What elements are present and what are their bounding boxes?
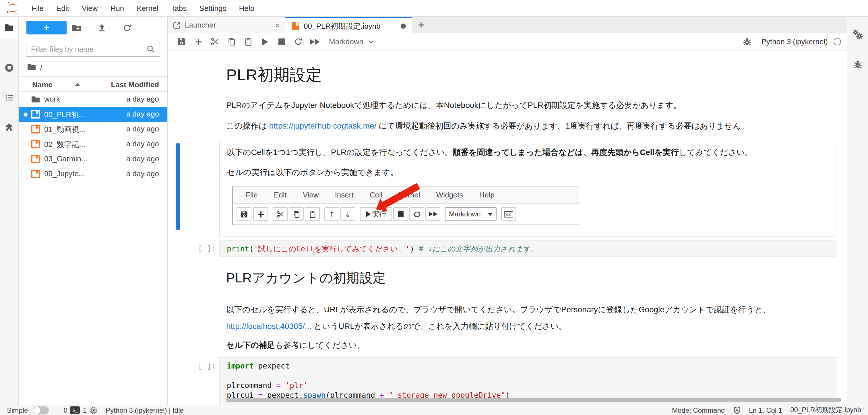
file-name: 03_Garmin... bbox=[44, 154, 87, 163]
run-all-cells-button[interactable] bbox=[307, 35, 323, 49]
code-line: import pexpect bbox=[227, 362, 290, 370]
puzzle-icon bbox=[5, 123, 14, 132]
kernel-status-text[interactable]: Python 3 (ipykernel) | Idle bbox=[105, 406, 184, 414]
paragraph-text: PLRのアイテムをJupyter Notebookで処理するためには、本Note… bbox=[226, 100, 681, 109]
down-arrow-icon: ↓ bbox=[345, 210, 351, 218]
trust-shield-icon[interactable] bbox=[733, 406, 741, 414]
extension-manager-tab[interactable] bbox=[0, 117, 19, 138]
file-row-01[interactable]: 01_動画視... a day ago bbox=[19, 122, 167, 137]
property-inspector-tab[interactable] bbox=[847, 25, 868, 44]
cell-text-line-2: セルの実行は以下のボタンから実施できます。 bbox=[227, 168, 398, 178]
new-folder-button[interactable] bbox=[71, 22, 82, 33]
active-cell-indicator[interactable] bbox=[176, 143, 180, 230]
close-icon[interactable]: × bbox=[275, 20, 280, 30]
paragraph-text-bold: セル下の補足 bbox=[226, 340, 275, 350]
bug-icon bbox=[853, 60, 862, 69]
paragraph-text: というURLが表示されるので、これを入力欄に貼り付けてください。 bbox=[311, 321, 567, 331]
screenshot-menu-file: File bbox=[246, 191, 258, 199]
folder-icon bbox=[5, 23, 14, 32]
plus-icon bbox=[417, 21, 425, 28]
kernel-name[interactable]: Python 3 (ipykernel) bbox=[762, 37, 828, 46]
file-row-03[interactable]: 03_Garmin... a day ago bbox=[19, 152, 167, 166]
menu-tabs[interactable]: Tabs bbox=[165, 4, 193, 12]
cursor-position[interactable]: Ln 1, Col 1 bbox=[749, 406, 782, 414]
menu-run[interactable]: Run bbox=[104, 4, 131, 12]
code-token: = bbox=[276, 381, 281, 390]
horizontal-scrollbar[interactable] bbox=[226, 398, 841, 402]
screenshot-stop-button bbox=[393, 207, 408, 221]
code-cell-print[interactable]: print('試しにこのCellを実行してみてください。') # ↓にこの文字列… bbox=[219, 240, 836, 257]
screenshot-run-button: 実行 bbox=[360, 207, 392, 221]
notebook-icon bbox=[31, 154, 40, 164]
column-header-name[interactable]: Name bbox=[32, 81, 53, 89]
upload-button[interactable] bbox=[96, 22, 107, 33]
up-arrow-icon: ↑ bbox=[329, 210, 335, 218]
save-button[interactable] bbox=[174, 35, 190, 49]
code-token: '試しにこのCellを実行してみてください。' bbox=[254, 245, 410, 253]
menu-settings[interactable]: Settings bbox=[193, 4, 232, 12]
menu-help[interactable]: Help bbox=[232, 4, 260, 12]
simple-mode-toggle[interactable] bbox=[32, 406, 49, 414]
fast-forward-icon bbox=[310, 39, 320, 44]
right-sidebar bbox=[847, 17, 868, 405]
unsaved-changes-dot-icon[interactable] bbox=[401, 24, 406, 29]
breadcrumb-root[interactable]: / bbox=[40, 63, 42, 71]
bug-icon bbox=[743, 37, 752, 46]
caret-down-icon bbox=[488, 213, 493, 216]
mode-indicator[interactable]: Mode: Command bbox=[672, 406, 725, 414]
cell-prompt: [ ]: bbox=[188, 244, 216, 253]
home-folder-icon[interactable] bbox=[27, 63, 36, 72]
tab-launcher[interactable]: Launcher × bbox=[167, 17, 285, 33]
new-launcher-button[interactable] bbox=[26, 21, 67, 34]
cell-type-dropdown[interactable]: Markdown bbox=[329, 37, 374, 46]
jupyterhub-link[interactable]: https://jupyterhub.cogtask.me/ bbox=[269, 121, 377, 130]
file-browser-panel: / Name Last Modified work a day ago 00_P bbox=[19, 17, 167, 405]
debugger-toggle-button[interactable] bbox=[739, 35, 756, 49]
markdown-paragraph-2: この操作は https://jupyterhub.cogtask.me/ にて環… bbox=[226, 120, 749, 131]
launcher-icon bbox=[173, 21, 181, 29]
add-cell-button[interactable] bbox=[190, 35, 207, 49]
screenshot-save-button bbox=[237, 207, 251, 221]
debugger-panel-tab[interactable] bbox=[847, 55, 868, 74]
status-bar: Simple 0 $_ 1 Python 3 (ipykernel) | Idl… bbox=[0, 405, 868, 415]
paragraph-text: 以下のセルを実行すると、URLが表示されるので、ブラウザで開いてください。ブラウ… bbox=[226, 305, 771, 314]
running-sessions-tab[interactable] bbox=[0, 57, 19, 78]
menu-view[interactable]: View bbox=[75, 4, 104, 12]
run-icon bbox=[366, 211, 371, 217]
file-row-99[interactable]: 99_Jupyte... a day ago bbox=[19, 166, 167, 181]
localhost-link[interactable]: http://localhost:40385/... bbox=[226, 321, 311, 331]
selected-markdown-cell[interactable]: 以下のCellを1つ1つ実行し、PLRの設定を行なってください。順番を間違ってし… bbox=[219, 142, 836, 236]
interrupt-kernel-button[interactable] bbox=[273, 35, 290, 49]
screenshot-menu-edit: Edit bbox=[274, 191, 287, 199]
paste-cells-button[interactable] bbox=[240, 35, 257, 49]
code-token: 'plr' bbox=[285, 381, 308, 390]
menu-bar: File Edit View Run Kernel Tabs Settings … bbox=[0, 0, 868, 17]
new-tab-button[interactable] bbox=[412, 17, 429, 33]
kernel-count[interactable]: 1 bbox=[83, 406, 87, 414]
kernel-chip-icon bbox=[90, 406, 98, 414]
run-icon bbox=[262, 38, 268, 45]
filter-files-input[interactable] bbox=[31, 44, 146, 53]
tab-notebook-active[interactable]: 00_PLR初期設定.ipynb bbox=[285, 17, 412, 34]
restart-kernel-button[interactable] bbox=[290, 35, 307, 49]
run-cell-button[interactable] bbox=[257, 35, 273, 49]
terminal-count[interactable]: 0 bbox=[63, 406, 67, 414]
file-row-00-plr[interactable]: 00_PLR初... a day ago bbox=[19, 107, 167, 122]
menu-kernel[interactable]: Kernel bbox=[130, 4, 164, 12]
file-row-work[interactable]: work a day ago bbox=[19, 92, 167, 107]
copy-cells-button[interactable] bbox=[223, 35, 240, 49]
file-browser-tab[interactable] bbox=[0, 17, 19, 38]
kernel-status-idle-icon[interactable] bbox=[834, 38, 841, 45]
code-token: ( bbox=[249, 245, 254, 253]
menu-file[interactable]: File bbox=[25, 4, 50, 12]
notebook-icon bbox=[31, 125, 40, 134]
table-of-contents-tab[interactable] bbox=[0, 87, 19, 108]
cut-cells-button[interactable] bbox=[207, 35, 223, 49]
file-name: 00_PLR初... bbox=[44, 109, 85, 120]
refresh-button[interactable] bbox=[121, 22, 133, 33]
gears-icon bbox=[852, 29, 863, 40]
status-filename: 00_PLR初期設定.ipynb bbox=[790, 405, 861, 415]
menu-edit[interactable]: Edit bbox=[50, 4, 75, 12]
file-row-02[interactable]: 02_数字記... a day ago bbox=[19, 137, 167, 152]
column-header-modified[interactable]: Last Modified bbox=[111, 81, 159, 89]
